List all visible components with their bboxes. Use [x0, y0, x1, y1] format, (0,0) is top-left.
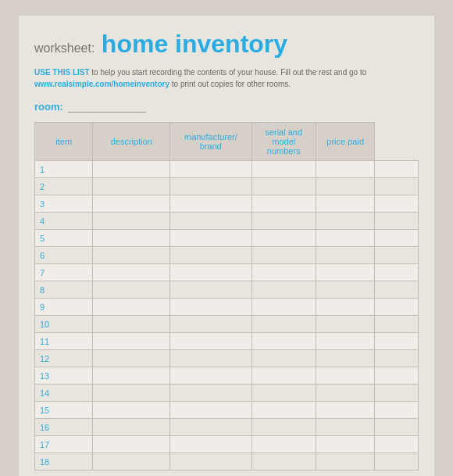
header-manufacturer: manufacturer/ brand	[170, 123, 251, 161]
table-cell	[316, 299, 374, 316]
table-row: 5	[35, 230, 419, 247]
table-cell	[170, 264, 251, 281]
table-row: 14	[35, 385, 419, 402]
table-cell	[375, 161, 419, 178]
table-cell	[93, 281, 170, 299]
table-row: 8	[35, 281, 419, 299]
table-cell	[93, 264, 170, 281]
table-cell	[316, 385, 374, 402]
page-container: worksheet: home inventory USE THIS LIST …	[19, 16, 434, 476]
table-row: 17	[35, 436, 419, 453]
table-cell	[316, 213, 374, 230]
table-cell	[316, 333, 374, 350]
table-cell	[93, 385, 170, 402]
instruction-text2: to print out copies for other rooms.	[172, 80, 291, 88]
table-cell	[170, 436, 251, 453]
table-cell	[251, 195, 316, 213]
table-cell	[375, 213, 419, 230]
table-cell	[375, 195, 419, 213]
table-cell	[170, 385, 251, 402]
header-serial: serial and model numbers	[251, 123, 316, 161]
row-number: 9	[35, 299, 93, 316]
website-link: www.realsimple.com/homeinventory	[34, 80, 169, 88]
table-cell	[316, 453, 374, 471]
table-cell	[316, 247, 374, 264]
table-row: 11	[35, 333, 419, 350]
table-row: 13	[35, 367, 419, 385]
table-cell	[316, 178, 374, 195]
row-number: 5	[35, 230, 93, 247]
instruction-text1: to help you start recording the contents…	[91, 68, 366, 77]
table-cell	[251, 419, 316, 436]
table-cell	[93, 419, 170, 436]
table-cell	[251, 230, 316, 247]
row-number: 18	[35, 453, 93, 471]
table-cell	[170, 350, 251, 367]
table-row: 7	[35, 264, 419, 281]
table-cell	[316, 264, 374, 281]
table-cell	[93, 161, 170, 178]
table-row: 9	[35, 299, 419, 316]
table-cell	[251, 402, 316, 419]
row-number: 10	[35, 316, 93, 333]
table-cell	[93, 350, 170, 367]
table-cell	[170, 367, 251, 385]
table-cell	[375, 247, 419, 264]
table-cell	[93, 230, 170, 247]
table-row: 18	[35, 453, 419, 471]
table-cell	[251, 350, 316, 367]
header-item: item	[35, 123, 93, 161]
table-cell	[170, 419, 251, 436]
table-cell	[375, 230, 419, 247]
table-cell	[316, 350, 374, 367]
room-area: room:	[34, 101, 419, 113]
row-number: 4	[35, 213, 93, 230]
table-cell	[170, 453, 251, 471]
room-label: room:	[34, 101, 63, 113]
table-row: 16	[35, 419, 419, 436]
table-cell	[93, 178, 170, 195]
row-number: 13	[35, 367, 93, 385]
table-cell	[316, 316, 374, 333]
table-row: 6	[35, 247, 419, 264]
table-cell	[316, 402, 374, 419]
table-row: 10	[35, 316, 419, 333]
row-number: 14	[35, 385, 93, 402]
table-cell	[170, 178, 251, 195]
table-cell	[251, 178, 316, 195]
table-cell	[170, 213, 251, 230]
header-description: description	[93, 123, 170, 161]
table-cell	[251, 161, 316, 178]
table-cell	[170, 230, 251, 247]
table-cell	[170, 247, 251, 264]
table-cell	[251, 316, 316, 333]
title-prefix: worksheet:	[34, 41, 95, 55]
table-cell	[170, 402, 251, 419]
table-cell	[93, 436, 170, 453]
table-cell	[251, 333, 316, 350]
use-this-list-label: USE THIS LIST	[34, 68, 90, 77]
table-cell	[93, 213, 170, 230]
row-number: 2	[35, 178, 93, 195]
inventory-table: item description manufacturer/ brand ser…	[34, 122, 419, 471]
table-cell	[316, 195, 374, 213]
title-main: home inventory	[102, 30, 287, 58]
row-number: 7	[35, 264, 93, 281]
row-number: 6	[35, 247, 93, 264]
table-cell	[316, 419, 374, 436]
row-number: 3	[35, 195, 93, 213]
table-cell	[93, 367, 170, 385]
table-cell	[375, 299, 419, 316]
table-cell	[375, 419, 419, 436]
table-cell	[251, 281, 316, 299]
table-cell	[251, 213, 316, 230]
row-number: 15	[35, 402, 93, 419]
table-row: 3	[35, 195, 419, 213]
table-cell	[375, 453, 419, 471]
table-cell	[316, 436, 374, 453]
table-cell	[93, 333, 170, 350]
table-cell	[316, 230, 374, 247]
table-cell	[251, 385, 316, 402]
instruction-area: USE THIS LIST to help you start recordin…	[34, 66, 419, 90]
table-cell	[170, 299, 251, 316]
